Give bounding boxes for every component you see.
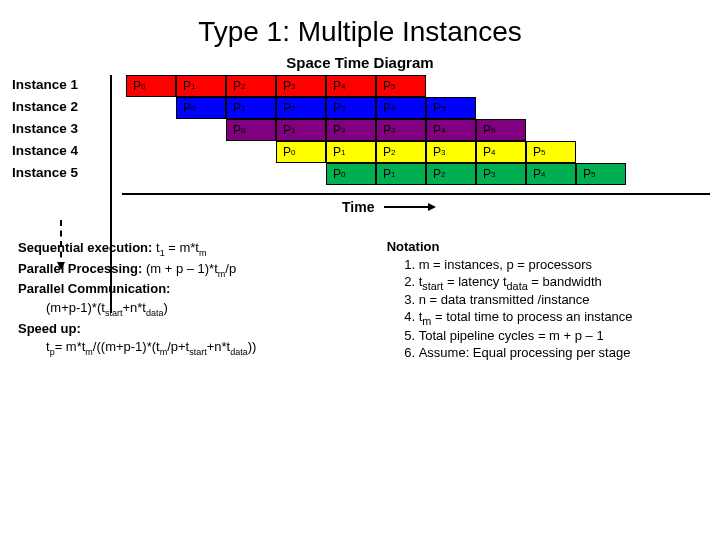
stage-cell: P4 (526, 163, 576, 185)
notation: Notation m = instances, p = processorsts… (387, 239, 700, 362)
stage-cell: P4 (476, 141, 526, 163)
notation-item: tstart = latency tdata = bandwidth (419, 274, 700, 293)
stage-cell: P1 (376, 163, 426, 185)
x-axis (122, 193, 710, 195)
stage-cell: P5 (526, 141, 576, 163)
stage-cell: P3 (426, 141, 476, 163)
stage-cell: P3 (276, 75, 326, 97)
instance-row: Instance 3P0P1P2P3P4P5 (12, 119, 700, 141)
stage-cell: P4 (376, 97, 426, 119)
instance-label: Instance 3 (12, 119, 112, 136)
time-axis-label: Time (342, 199, 374, 215)
stage-cell: P2 (226, 75, 276, 97)
instance-label: Instance 2 (12, 97, 112, 114)
stage-cell: P5 (476, 119, 526, 141)
stage-cell: P3 (476, 163, 526, 185)
stage-cell: P5 (376, 75, 426, 97)
instance-row: Instance 4P0P1P2P3P4P5 (12, 141, 700, 163)
stage-cell: P1 (226, 97, 276, 119)
notation-item: m = instances, p = processors (419, 257, 700, 274)
stage-cell: P2 (376, 141, 426, 163)
instance-label: Instance 4 (12, 141, 112, 158)
stage-cell: P5 (426, 97, 476, 119)
instance-row: Instance 5P0P1P2P3P4P5 (12, 163, 700, 185)
stage-cell: P2 (326, 119, 376, 141)
notation-item: Assume: Equal processing per stage (419, 345, 700, 362)
stage-cell: P4 (326, 75, 376, 97)
notes-section: Sequential execution: t1 = m*tm Parallel… (0, 233, 720, 362)
time-arrow-icon (384, 206, 434, 208)
space-time-diagram: Instance 1P0P1P2P3P4P5Instance 2P0P1P2P3… (0, 75, 720, 233)
instance-row: Instance 1P0P1P2P3P4P5 (12, 75, 700, 97)
stage-cell: P2 (276, 97, 326, 119)
formulas: Sequential execution: t1 = m*tm Parallel… (18, 239, 363, 362)
instance-label: Instance 5 (12, 163, 112, 180)
notation-item: tm = total time to process an instance (419, 309, 700, 328)
stage-cell: P3 (376, 119, 426, 141)
notation-item: Total pipeline cycles = m + p – 1 (419, 328, 700, 345)
instance-axis-arrow-icon (60, 220, 62, 268)
page-subtitle: Space Time Diagram (0, 54, 720, 71)
instance-label: Instance 1 (12, 75, 112, 92)
stage-cell: P0 (326, 163, 376, 185)
stage-cell: P0 (126, 75, 176, 97)
stage-cell: P2 (426, 163, 476, 185)
stage-cell: P4 (426, 119, 476, 141)
notation-item: n = data transmitted /instance (419, 292, 700, 309)
stage-cell: P1 (176, 75, 226, 97)
stage-cell: P3 (326, 97, 376, 119)
stage-cell: P0 (276, 141, 326, 163)
stage-cell: P5 (576, 163, 626, 185)
instance-row: Instance 2P0P1P2P3P4P5 (12, 97, 700, 119)
stage-cell: P0 (176, 97, 226, 119)
stage-cell: P1 (276, 119, 326, 141)
page-title: Type 1: Multiple Instances (0, 0, 720, 54)
stage-cell: P1 (326, 141, 376, 163)
stage-cell: P0 (226, 119, 276, 141)
